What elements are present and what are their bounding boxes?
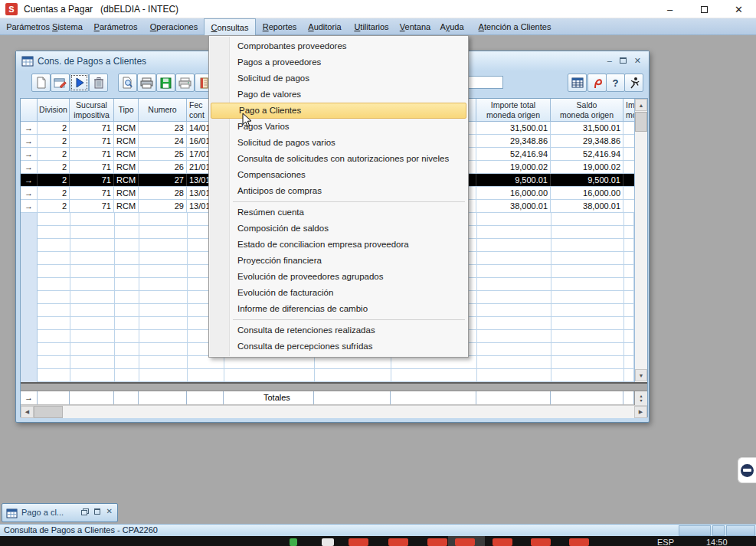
header-numero[interactable]: Numero	[139, 99, 187, 121]
menu-item-proyeccion-financiera[interactable]: Proyección financiera	[210, 253, 467, 269]
taskbar: ESP 14:50	[0, 536, 756, 546]
menu-item-consulta-percepciones[interactable]: Consulta de percepciones sufridas	[210, 338, 467, 355]
menu-item-consulta-retenciones[interactable]: Consulta de retenciones realizadas	[210, 322, 467, 338]
new-document-icon	[36, 77, 47, 89]
taskbar-icon[interactable]	[531, 538, 551, 546]
help-button[interactable]: ?	[606, 74, 625, 92]
taskbar-language[interactable]: ESP	[657, 538, 674, 546]
menu-item-consulta-solicitudes-autorizaciones[interactable]: Consulta de solicitudes con autorizacion…	[210, 151, 467, 167]
minimized-window-pago[interactable]: Pago a cl... ✕	[2, 503, 118, 522]
taskbar-icon[interactable]	[455, 538, 475, 546]
menu-item-composicion-de-saldos[interactable]: Composición de saldos	[210, 221, 467, 237]
header-saldo[interactable]: Saldomoneda origen	[551, 99, 623, 121]
menu-item-solicitud-pagos-varios[interactable]: Solicitud de pagos varios	[210, 135, 467, 151]
close-icon[interactable]: ✕	[722, 0, 756, 18]
child-maximize-icon[interactable]	[620, 57, 627, 64]
teamviewer-edge-panel[interactable]	[738, 457, 756, 483]
close-icon[interactable]: ✕	[106, 508, 113, 515]
grid-splitter[interactable]	[21, 382, 647, 391]
delete-record-button[interactable]	[89, 74, 108, 92]
cell-tipo: RCM	[114, 122, 139, 134]
header-indicator	[21, 99, 38, 121]
child-close-icon[interactable]: ✕	[634, 55, 641, 66]
taskbar-icon[interactable]	[427, 538, 447, 546]
print-preview-button[interactable]	[118, 74, 137, 92]
print-preview-icon	[122, 77, 133, 89]
menu-item-solicitud-de-pagos[interactable]: Solicitud de pagos	[210, 70, 467, 87]
taskbar-icon[interactable]	[569, 538, 589, 546]
edit-record-button[interactable]	[51, 74, 70, 92]
menu-atencion-clientes[interactable]: Atención a Clientes	[472, 18, 558, 35]
menu-item-compensaciones[interactable]: Compensaciones	[210, 167, 467, 183]
scroll-down-icon[interactable]: ▼	[635, 369, 647, 381]
taskbar-clock[interactable]: 14:50	[706, 538, 728, 546]
run-query-button[interactable]	[70, 74, 89, 92]
menu-item-evolucion-facturacion[interactable]: Evolución de facturación	[210, 285, 467, 301]
totals-row: → Totales ▴▾	[21, 391, 647, 405]
new-record-button[interactable]	[31, 74, 51, 92]
menu-reportes[interactable]: Reportes	[259, 18, 300, 35]
menu-utilitarios[interactable]: Utilitarios	[348, 18, 395, 35]
window-title: Cuentas a Pagar (dbELDIA - INTEC)	[24, 4, 178, 15]
statusbar-panel	[712, 525, 725, 536]
export-print-button[interactable]	[175, 74, 195, 92]
taskbar-icon[interactable]	[322, 538, 334, 546]
main-titlebar: S Cuentas a Pagar (dbELDIA - INTEC) – ✕	[0, 0, 756, 18]
header-importe-total[interactable]: Importe totalmoneda origen	[476, 99, 551, 121]
scroll-up-icon[interactable]: ▲	[635, 99, 647, 111]
restore-icon[interactable]	[81, 508, 88, 515]
menu-ventana[interactable]: Ventana	[397, 18, 434, 35]
maximize-icon[interactable]	[94, 508, 100, 515]
taskbar-icon[interactable]	[388, 538, 408, 546]
row-indicator-icon: →	[21, 135, 38, 147]
row-indicator-icon: →	[21, 200, 38, 212]
statusbar-panel	[726, 525, 755, 536]
menu-item-informe-diferencias-cambio[interactable]: Informe de diferencias de cambio	[210, 301, 467, 317]
child-minimize-icon[interactable]: –	[607, 55, 612, 66]
menu-operaciones[interactable]: Operaciones	[146, 18, 202, 35]
menu-item-resumen-cuenta[interactable]: Resúmen cuenta	[210, 204, 467, 221]
maximize-icon[interactable]	[687, 0, 722, 18]
menu-item-evolucion-proveedores[interactable]: Evolución de proveedores agrupados	[210, 269, 467, 285]
hscroll-thumb[interactable]	[34, 406, 63, 418]
exit-button[interactable]	[624, 74, 643, 92]
menu-ayuda[interactable]: Ayuda	[435, 18, 469, 35]
minimize-icon[interactable]: –	[653, 0, 687, 18]
header-imp[interactable]: Impmor	[623, 99, 634, 121]
menu-parametros[interactable]: Parámetros	[87, 18, 144, 35]
header-tipo[interactable]: Tipo	[114, 99, 139, 121]
scroll-left-icon[interactable]: ◀	[21, 406, 34, 418]
menu-item-pago-de-valores[interactable]: Pago de valores	[210, 87, 467, 103]
menu-item-estado-conciliacion[interactable]: Estado de conciliacion empresa proveedor…	[210, 237, 467, 253]
vertical-scrollbar[interactable]: ▲ ▼	[634, 99, 647, 382]
header-sucursal[interactable]: Sucursalimpositiva	[70, 99, 114, 121]
taskbar-icon[interactable]	[349, 538, 368, 546]
print-button[interactable]	[137, 74, 156, 92]
save-button[interactable]	[156, 74, 175, 92]
scroll-right-icon[interactable]: ▶	[634, 406, 647, 418]
grid-view-button[interactable]	[568, 74, 587, 92]
menubar: Parámetros Sistema Parámetros Operacione…	[0, 18, 756, 35]
menu-auditoria[interactable]: Auditoria	[303, 18, 346, 35]
menu-item-pagos-a-proveedores[interactable]: Pagos a proveedores	[210, 54, 467, 70]
taskbar-icon[interactable]	[493, 538, 512, 546]
horizontal-scrollbar[interactable]: ◀ ▶	[21, 405, 647, 418]
header-division[interactable]: Division	[38, 99, 70, 121]
menu-item-anticipos-de-compras[interactable]: Anticipos de compras	[210, 183, 467, 199]
statusbar: Consulta de Pagos a Clientes - CPA2260	[0, 524, 756, 536]
printer-icon	[140, 77, 153, 89]
table-window-icon	[21, 56, 34, 70]
menu-parametros-sistema[interactable]: Parámetros Sistema	[3, 18, 86, 35]
row-indicator-icon: →	[21, 148, 38, 160]
row-indicator-icon: →	[21, 174, 38, 186]
menu-item-comprobantes-proveedores[interactable]: Comprobantes proveedores	[210, 38, 467, 54]
totals-spinner[interactable]: ▴▾	[634, 391, 647, 405]
menu-separator	[210, 317, 467, 322]
trash-icon	[93, 77, 104, 89]
child-window-title: Cons. de Pagos a Clientes	[38, 56, 146, 67]
vscroll-thumb[interactable]	[635, 112, 647, 132]
graph-button[interactable]	[587, 74, 607, 92]
taskbar-icon[interactable]	[290, 538, 297, 546]
edit-form-icon	[54, 77, 67, 89]
menu-consultas[interactable]: Consultas	[204, 18, 256, 35]
